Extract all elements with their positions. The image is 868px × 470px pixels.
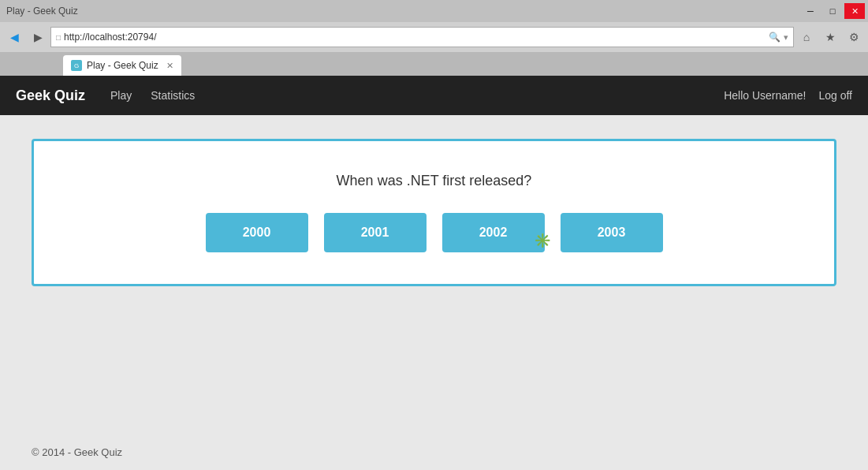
app-brand: Geek Quiz bbox=[16, 88, 85, 104]
tab-close-button[interactable]: ✕ bbox=[166, 61, 173, 71]
browser-titlebar: Play - Geek Quiz ─ □ ✕ bbox=[0, 0, 868, 22]
address-search-button[interactable]: 🔍 bbox=[769, 32, 780, 43]
user-greeting: Hello Username! bbox=[724, 89, 806, 102]
app-content: Geek Quiz Play Statistics Hello Username… bbox=[0, 76, 868, 470]
back-button[interactable]: ◀ bbox=[3, 26, 25, 48]
main-content: When was .NET first released? 2000 2001 … bbox=[0, 115, 868, 435]
settings-button[interactable]: ⚙ bbox=[843, 26, 865, 48]
address-input[interactable] bbox=[64, 32, 766, 43]
browser-window: Play - Geek Quiz ─ □ ✕ ◀ ▶ □ 🔍 ▾ ⌂ ★ ⚙ G… bbox=[0, 0, 868, 470]
tab-label: Play - Geek Quiz bbox=[87, 60, 158, 71]
answer-2002-button[interactable]: 2002 ✳️ bbox=[442, 213, 545, 252]
quiz-answers: 2000 2001 2002 ✳️ 2003 bbox=[206, 213, 663, 252]
browser-navbar: ◀ ▶ □ 🔍 ▾ ⌂ ★ ⚙ bbox=[0, 22, 868, 52]
logoff-link[interactable]: Log off bbox=[818, 89, 852, 102]
forward-button[interactable]: ▶ bbox=[27, 26, 49, 48]
address-bar[interactable]: □ 🔍 ▾ bbox=[50, 27, 794, 47]
nav-statistics-link[interactable]: Statistics bbox=[141, 76, 204, 115]
tab-favicon: G bbox=[71, 60, 82, 71]
app-navbar: Geek Quiz Play Statistics Hello Username… bbox=[0, 76, 868, 115]
footer-copyright: © 2014 - Geek Quiz bbox=[32, 446, 122, 458]
answer-2000-button[interactable]: 2000 bbox=[206, 213, 308, 252]
click-sparkle-icon: ✳️ bbox=[534, 232, 551, 249]
favorites-button[interactable]: ★ bbox=[819, 26, 841, 48]
window-title-text: Play - Geek Quiz bbox=[0, 6, 799, 17]
address-separator: ▾ bbox=[784, 32, 788, 43]
quiz-question: When was .NET first released? bbox=[337, 173, 532, 189]
address-favicon: □ bbox=[56, 33, 61, 42]
close-button[interactable]: ✕ bbox=[844, 3, 865, 19]
minimize-button[interactable]: ─ bbox=[800, 3, 821, 19]
browser-tab-bar: G Play - Geek Quiz ✕ bbox=[0, 52, 868, 76]
home-button[interactable]: ⌂ bbox=[795, 26, 818, 48]
app-nav-right: Hello Username! Log off bbox=[724, 89, 852, 102]
answer-2001-button[interactable]: 2001 bbox=[324, 213, 427, 252]
answer-2003-button[interactable]: 2003 bbox=[561, 213, 663, 252]
quiz-card: When was .NET first released? 2000 2001 … bbox=[32, 139, 836, 286]
app-footer: © 2014 - Geek Quiz bbox=[0, 435, 868, 470]
restore-button[interactable]: □ bbox=[822, 3, 843, 19]
nav-play-link[interactable]: Play bbox=[101, 76, 141, 115]
browser-tab-active[interactable]: G Play - Geek Quiz ✕ bbox=[63, 55, 181, 76]
